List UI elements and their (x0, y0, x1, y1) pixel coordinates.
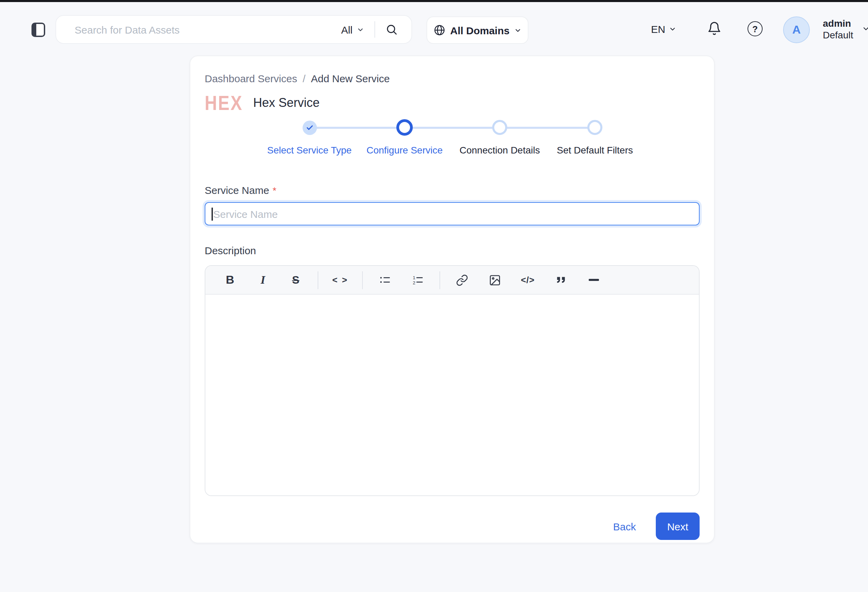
bullet-list-icon (378, 274, 391, 286)
topbar: Search for Data Assets All All Domains E… (0, 2, 868, 55)
breadcrumb-separator: / (303, 73, 305, 84)
step-4-circle (588, 119, 602, 136)
sidebar-toggle-icon[interactable] (31, 22, 45, 37)
bullet-list-button[interactable] (373, 268, 396, 292)
service-name-placeholder: Service Name (213, 208, 278, 220)
description-label: Description (205, 244, 700, 256)
chevron-down-icon (357, 26, 364, 33)
stepper-steps: Select Service TypeConfigure ServiceConn… (262, 119, 642, 155)
strikethrough-button[interactable]: S (284, 268, 307, 292)
strikethrough-icon: S (292, 274, 299, 286)
image-button[interactable] (483, 268, 506, 292)
help-icon: ? (752, 24, 758, 34)
search-input[interactable]: Search for Data Assets (75, 24, 341, 35)
quote-icon (555, 274, 567, 286)
link-button[interactable] (450, 268, 474, 292)
italic-icon: I (260, 273, 265, 287)
search-divider (375, 21, 375, 38)
horizontal-rule-button[interactable] (582, 268, 605, 292)
step-1-circle (302, 119, 317, 136)
step-2-circle (396, 119, 413, 136)
global-search-bar[interactable]: Search for Data Assets All (55, 15, 412, 44)
help-button[interactable]: ? (747, 21, 763, 36)
step-1-label: Select Service Type (267, 145, 352, 155)
inline-code-icon: < > (332, 275, 348, 285)
user-menu[interactable]: admin Default (823, 18, 853, 41)
next-button[interactable]: Next (656, 512, 700, 540)
chevron-down-icon (669, 25, 676, 33)
domains-dropdown[interactable]: All Domains (427, 16, 528, 44)
horizontal-rule-icon (588, 279, 599, 281)
editor-toolbar: BIS< >12</> (205, 266, 699, 295)
step-4-label: Set Default Filters (557, 145, 633, 155)
step-3-circle (492, 119, 507, 136)
avatar-initial: A (792, 23, 801, 37)
breadcrumb-add-new-service: Add New Service (311, 73, 390, 84)
bold-icon: B (226, 273, 235, 287)
check-icon (306, 124, 313, 131)
chevron-down-icon (514, 27, 522, 34)
text-caret (211, 207, 213, 220)
inline-code-button[interactable]: < > (329, 268, 352, 292)
italic-button[interactable]: I (251, 268, 275, 292)
service-name-label: Service Name * (205, 184, 700, 196)
description-editor-body[interactable] (205, 295, 699, 496)
toolbar-divider (362, 271, 363, 289)
user-menu-chevron-icon[interactable] (862, 25, 868, 33)
domains-label: All Domains (450, 24, 509, 36)
user-name: admin (823, 18, 853, 30)
ordered-list-icon: 12 (411, 274, 424, 286)
image-icon (489, 274, 501, 286)
search-scope-dropdown[interactable]: All (341, 24, 364, 35)
svg-text:1: 1 (412, 275, 415, 280)
code-block-icon: </> (521, 275, 535, 285)
breadcrumb-dashboard-services[interactable]: Dashboard Services (205, 73, 297, 84)
user-team: Default (823, 30, 853, 41)
link-icon (456, 274, 468, 286)
toolbar-divider (317, 271, 318, 289)
globe-icon (433, 24, 445, 36)
required-asterisk: * (272, 185, 276, 196)
svg-text:2: 2 (412, 280, 415, 286)
step-3-label: Connection Details (459, 145, 540, 155)
service-header: HEX Hex Service (205, 93, 700, 113)
app-screen: Search for Data Assets All All Domains E… (0, 0, 868, 592)
step-3[interactable]: Connection Details (452, 119, 547, 155)
stepper: Select Service TypeConfigure ServiceConn… (262, 119, 642, 155)
bell-icon (707, 21, 722, 36)
language-dropdown[interactable]: EN (651, 23, 676, 35)
breadcrumb: Dashboard Services / Add New Service (205, 73, 700, 84)
step-2[interactable]: Configure Service (357, 119, 452, 155)
description-editor: BIS< >12</> (205, 265, 700, 496)
step-2-label: Configure Service (366, 145, 443, 155)
step-4[interactable]: Set Default Filters (547, 119, 642, 155)
back-button[interactable]: Back (613, 520, 636, 532)
toolbar-divider (440, 271, 440, 289)
language-label: EN (651, 23, 665, 35)
service-name-input[interactable]: Service Name (205, 202, 700, 225)
hex-service-logo: HEX (205, 92, 243, 115)
step-1[interactable]: Select Service Type (262, 119, 357, 155)
wizard-actions: Back Next (205, 512, 700, 540)
ordered-list-button[interactable]: 12 (406, 268, 429, 292)
quote-button[interactable] (549, 268, 572, 292)
code-block-button[interactable]: </> (516, 268, 539, 292)
bold-button[interactable]: B (218, 268, 242, 292)
avatar[interactable]: A (783, 16, 810, 43)
notifications-button[interactable] (707, 21, 722, 36)
search-icon[interactable] (385, 23, 398, 36)
add-service-card: Dashboard Services / Add New Service HEX… (190, 55, 714, 543)
page-title: Hex Service (253, 96, 320, 110)
search-scope-label: All (341, 24, 353, 35)
